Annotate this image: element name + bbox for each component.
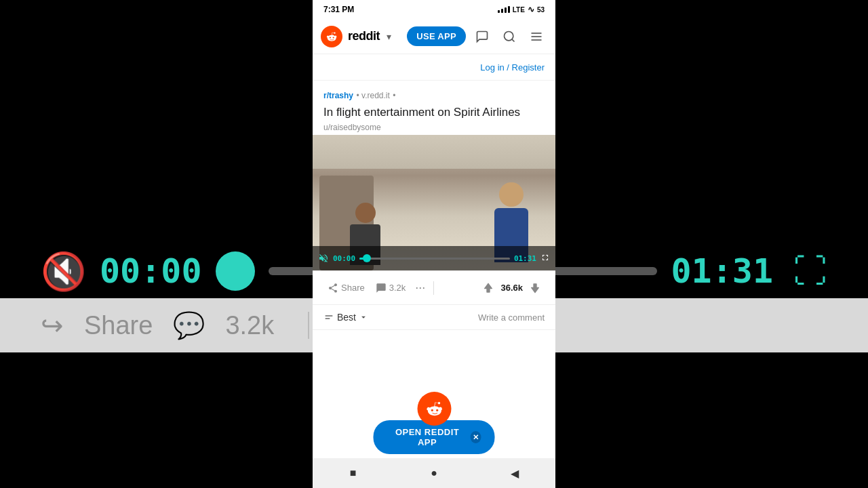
close-icon: ✕ bbox=[473, 433, 479, 442]
current-time: 00:00 bbox=[333, 254, 355, 263]
post-domain: v.redd.it bbox=[361, 91, 390, 100]
bg-mute-icon: 🔇 bbox=[41, 250, 86, 293]
open-app-reddit-svg bbox=[422, 397, 446, 420]
use-app-button[interactable]: USE APP bbox=[407, 26, 466, 46]
video-controls: 00:00 01:31 bbox=[313, 246, 555, 270]
vote-count: 36.6k bbox=[500, 283, 523, 293]
overhead-bins bbox=[313, 135, 555, 169]
post-author[interactable]: u/raisedbysome bbox=[323, 123, 545, 132]
post-domain-separator: • bbox=[356, 91, 361, 100]
share-button[interactable]: Share bbox=[323, 280, 369, 296]
reddit-logo-svg bbox=[324, 29, 339, 44]
sort-label-text: Best bbox=[337, 312, 356, 323]
video-scrubber[interactable] bbox=[359, 258, 510, 260]
back-button[interactable]: ◀ bbox=[501, 460, 528, 487]
login-bar: Log in / Register bbox=[313, 54, 555, 81]
person-head bbox=[499, 182, 524, 207]
video-duration: 01:31 bbox=[514, 254, 536, 263]
bg-time-right: 01:31 bbox=[671, 251, 773, 291]
vote-section: 36.6k bbox=[479, 280, 545, 296]
reddit-logo[interactable] bbox=[321, 26, 342, 47]
post-title: In flight entertainment on Spirit Airlin… bbox=[323, 105, 545, 120]
action-divider bbox=[433, 281, 434, 295]
app-header: reddit ▾ USE APP bbox=[313, 19, 555, 54]
upvote-button[interactable] bbox=[479, 280, 498, 296]
bg-time-left: 00:00 bbox=[100, 251, 202, 291]
status-icons: LTE ∿ 53 bbox=[498, 5, 545, 14]
bg-comments-count: 3.2k bbox=[225, 311, 274, 340]
post-source-line: r/trashy • v.redd.it • bbox=[323, 89, 545, 101]
svg-point-1 bbox=[505, 31, 513, 40]
write-comment-placeholder[interactable]: Write a comment bbox=[478, 312, 545, 323]
open-app-label: OPEN REDDIT APP bbox=[390, 427, 465, 447]
more-options-button[interactable]: ··· bbox=[412, 278, 428, 298]
bg-fullscreen-icon: ⛶ bbox=[793, 251, 827, 291]
home-button[interactable]: ● bbox=[420, 460, 448, 487]
fullscreen-button[interactable] bbox=[540, 253, 550, 264]
search-icon[interactable] bbox=[498, 26, 520, 47]
scrubber-track bbox=[359, 258, 510, 260]
bg-divider bbox=[308, 312, 309, 339]
reddit-wordmark: reddit bbox=[348, 29, 380, 43]
post-meta: r/trashy • v.redd.it • In flight enterta… bbox=[313, 81, 555, 135]
comments-button[interactable]: 3.2k bbox=[372, 280, 410, 296]
bg-scrubber-dot bbox=[216, 251, 255, 291]
close-app-banner-button[interactable]: ✕ bbox=[471, 431, 481, 443]
scrubber-thumb bbox=[363, 254, 371, 262]
battery-icon: 53 bbox=[537, 6, 545, 14]
downvote-button[interactable] bbox=[526, 280, 545, 296]
login-register-link[interactable]: Log in / Register bbox=[480, 62, 545, 73]
bg-share-label: Share bbox=[84, 311, 153, 340]
dropdown-arrow-icon[interactable]: ▾ bbox=[387, 31, 391, 42]
bg-comment-icon: 💬 bbox=[173, 310, 205, 340]
nav-bar: ■ ● ◀ bbox=[313, 458, 555, 488]
open-app-overlay: OPEN REDDIT APP ✕ bbox=[374, 392, 495, 454]
post-domain-dot: • bbox=[393, 91, 395, 100]
status-bar: 7:31 PM LTE ∿ 53 bbox=[313, 0, 555, 19]
video-player[interactable]: 00:00 01:31 bbox=[313, 135, 555, 270]
signal-icon bbox=[498, 6, 510, 13]
lte-icon: LTE bbox=[513, 6, 525, 14]
chat-icon[interactable] bbox=[471, 26, 493, 47]
post-subreddit[interactable]: r/trashy bbox=[323, 91, 353, 100]
sort-selector[interactable]: Best bbox=[323, 312, 368, 323]
phone-frame: 7:31 PM LTE ∿ 53 reddi bbox=[313, 0, 555, 488]
comment-sort-bar: Best Write a comment bbox=[313, 305, 555, 330]
post-action-bar: Share 3.2k ··· 36.6k bbox=[313, 270, 555, 305]
wifi-icon: ∿ bbox=[528, 5, 534, 14]
bg-share-icon: ↪ bbox=[41, 310, 64, 341]
open-app-reddit-icon bbox=[417, 392, 451, 426]
menu-icon[interactable] bbox=[526, 26, 547, 47]
mute-button[interactable] bbox=[318, 253, 329, 264]
time: 7:31 PM bbox=[323, 5, 354, 14]
stop-button[interactable]: ■ bbox=[340, 460, 367, 487]
person2-head bbox=[355, 203, 376, 223]
